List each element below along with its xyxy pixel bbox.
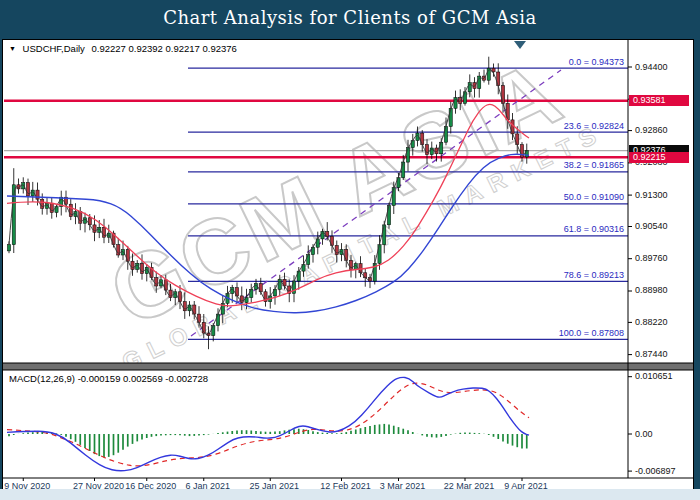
price-badge: 0.93581 bbox=[629, 95, 689, 106]
fib-level-label: 78.6 = 0.89213 bbox=[564, 270, 624, 281]
symbol-header: ▼ USDCHF,Daily 0.92227 0.92392 0.92217 0… bbox=[9, 43, 241, 54]
price-axis-label: 0.89760 bbox=[635, 253, 668, 264]
fib-level-label: 50.0 = 0.91090 bbox=[564, 192, 624, 203]
app-frame: Chart Analysis for Clients of GCM Asia G… bbox=[0, 0, 700, 500]
price-axis-label: 0.90540 bbox=[635, 221, 668, 232]
price-badge: 0.92215 bbox=[629, 152, 689, 163]
macd-values: -0.000159 0.002569 -0.002728 bbox=[78, 373, 208, 384]
macd-signal-line bbox=[7, 383, 529, 466]
macd-axis-label: 0.010651 bbox=[635, 371, 673, 382]
page-title: Chart Analysis for Clients of GCM Asia bbox=[0, 7, 700, 28]
price-axis-label: 0.91300 bbox=[635, 190, 668, 201]
macd-label: MACD(12,26,9) bbox=[9, 373, 75, 384]
date-axis-label: 9 Apr 2021 bbox=[496, 481, 556, 490]
date-axis-label: 27 Nov 2020 bbox=[69, 481, 129, 490]
price-axis-label: 0.87440 bbox=[635, 349, 668, 360]
fib-level-label: 100.0 = 0.87808 bbox=[559, 328, 624, 339]
price-axis-label: 0.94400 bbox=[635, 62, 668, 73]
symbol-label: USDCHF,Daily bbox=[23, 43, 85, 54]
date-axis-label: 9 Nov 2020 bbox=[2, 481, 57, 490]
macd-histogram bbox=[9, 424, 527, 458]
status-strip bbox=[0, 489, 700, 500]
fib-level-label: 0.0 = 0.94373 bbox=[569, 57, 624, 68]
macd-axis-label: 0.00 bbox=[635, 429, 653, 440]
macd-main-line bbox=[7, 377, 529, 470]
fib-level-label: 23.6 = 0.92824 bbox=[564, 121, 624, 132]
panel-resizer[interactable] bbox=[3, 363, 693, 370]
chart-shift-marker-icon[interactable] bbox=[514, 41, 526, 49]
date-axis-label: 22 Mar 2021 bbox=[439, 481, 499, 490]
price-axis-label: 0.88980 bbox=[635, 285, 668, 296]
macd-axis-label: -0.006897 bbox=[635, 466, 676, 477]
ma-slow-line bbox=[7, 154, 529, 313]
title-bar: Chart Analysis for Clients of GCM Asia bbox=[0, 0, 700, 38]
date-axis-label: 25 Jan 2021 bbox=[244, 481, 304, 490]
macd-header: MACD(12,26,9) -0.000159 0.002569 -0.0027… bbox=[9, 373, 208, 384]
date-axis-label: 3 Mar 2021 bbox=[373, 481, 433, 490]
date-axis-label: 16 Dec 2020 bbox=[121, 481, 181, 490]
ohlc-values: 0.92227 0.92392 0.92217 0.92376 bbox=[92, 43, 237, 54]
ma-fast-line bbox=[7, 104, 529, 305]
fib-level-label: 38.2 = 0.91865 bbox=[564, 160, 624, 171]
date-axis-label: 6 Jan 2021 bbox=[178, 481, 238, 490]
fib-level-label: 61.8 = 0.90316 bbox=[564, 224, 624, 235]
chart-window: GCM ASIA GLOBAL CAPITAL MARKETS ▼ USDCHF… bbox=[2, 39, 694, 490]
price-axis-label: 0.92860 bbox=[635, 125, 668, 136]
symbol-dropdown-icon[interactable]: ▼ bbox=[9, 45, 16, 52]
date-axis-label: 12 Feb 2021 bbox=[316, 481, 376, 490]
price-axis-label: 0.88220 bbox=[635, 317, 668, 328]
chart-canvas[interactable] bbox=[3, 40, 693, 489]
